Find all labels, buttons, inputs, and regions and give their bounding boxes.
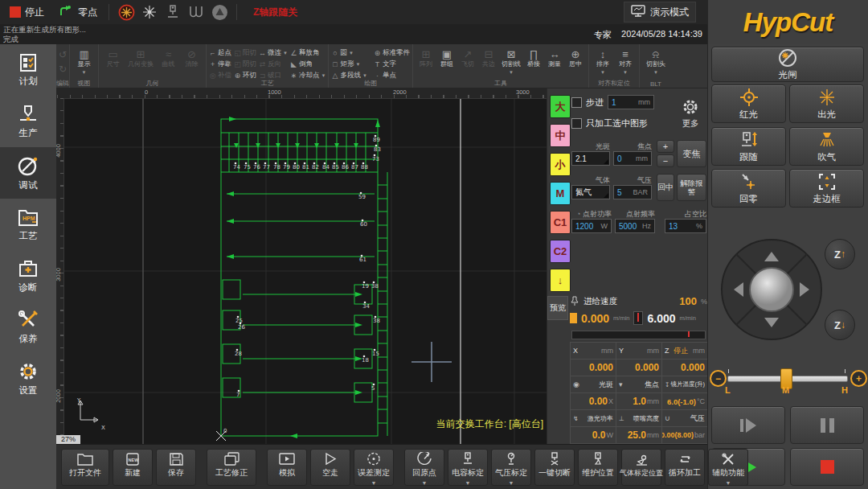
focus-input[interactable]: 0mm bbox=[613, 151, 652, 166]
save-button[interactable]: 保存 bbox=[156, 449, 196, 486]
speed-plus-button[interactable]: + bbox=[850, 370, 867, 387]
burst-freq-input[interactable]: 5000Hz bbox=[615, 219, 655, 233]
demo-mode-button[interactable]: 演示模式 bbox=[624, 2, 696, 23]
start-point-item[interactable]: ⌐起点 bbox=[209, 47, 231, 58]
layer-chip-c1[interactable]: C1 bbox=[550, 211, 571, 234]
rectangle-item[interactable]: □矩形▼ bbox=[331, 59, 366, 69]
follow-button[interactable]: 跟随 bbox=[711, 127, 786, 166]
align-button[interactable]: ≡对齐▼ bbox=[614, 46, 637, 76]
duty-input[interactable]: 13% bbox=[665, 219, 706, 233]
standard-part-item[interactable]: ⊛标准零件 bbox=[374, 47, 410, 58]
step-checkbox[interactable] bbox=[571, 97, 582, 108]
focus-minus-button[interactable]: − bbox=[657, 154, 674, 167]
layer-chip-m[interactable]: M bbox=[550, 182, 571, 205]
sidebar-item-technique[interactable]: HPM 工艺 bbox=[0, 199, 56, 250]
pressure-calib-button[interactable]: 气压标定▼ bbox=[491, 449, 531, 486]
speed-minus-button[interactable]: − bbox=[710, 370, 727, 387]
new-file-button[interactable]: NEW 新建 bbox=[113, 449, 153, 486]
dock-item[interactable]: +停靠 bbox=[209, 59, 231, 69]
layer-chip-down[interactable]: ↓ bbox=[550, 269, 571, 292]
male-cut-item[interactable]: ◱阳切 bbox=[234, 47, 256, 58]
trace-frame-button[interactable]: 走边框 bbox=[789, 169, 864, 208]
stop-button[interactable]: 停止 bbox=[6, 4, 47, 21]
common-edge-button[interactable]: ⊟共边 bbox=[478, 46, 499, 68]
sort-button[interactable]: ↕排序▼ bbox=[592, 46, 614, 76]
clear-button[interactable]: ⊘清除 bbox=[180, 46, 203, 68]
transform-button[interactable]: ⊞几何变换 bbox=[125, 46, 157, 68]
zoom-focus-button[interactable]: 变焦 bbox=[677, 140, 706, 167]
simulate-button[interactable]: 模拟 bbox=[267, 449, 307, 486]
shutter-button[interactable]: 光闸 bbox=[711, 47, 864, 82]
release-corner-item[interactable]: ∠释放角 bbox=[290, 47, 326, 58]
laser-out-icon[interactable] bbox=[141, 3, 158, 21]
display-button[interactable]: ▥显示▼ bbox=[72, 46, 96, 76]
user-role-label[interactable]: 专家 bbox=[594, 29, 612, 41]
array-button[interactable]: ⊞阵列 bbox=[416, 46, 436, 68]
stop-machine-button[interactable] bbox=[790, 448, 864, 486]
capacitance-calib-button[interactable]: 电容标定▼ bbox=[448, 449, 488, 486]
measure-button[interactable]: ↔测量 bbox=[544, 46, 565, 68]
gas-calib-pos-button[interactable]: 气体标定位置 bbox=[621, 449, 661, 486]
burst-power-input[interactable]: 1200W bbox=[571, 219, 612, 233]
sidebar-item-maintenance[interactable]: 保养 bbox=[0, 302, 56, 353]
redo-icon[interactable]: ↻ bbox=[59, 64, 67, 75]
alarm-mute-icon[interactable] bbox=[211, 3, 228, 21]
pressure-input[interactable]: 5BAR bbox=[613, 185, 652, 199]
cut-line-button[interactable]: ⊠切割线▼ bbox=[499, 46, 523, 76]
sidebar-item-diagnosis[interactable]: 诊断 bbox=[0, 250, 56, 302]
layer-chip-c2[interactable]: C2 bbox=[550, 240, 571, 263]
step-input[interactable]: 1mm bbox=[608, 95, 654, 109]
microjoint-item[interactable]: ↔微连▼ bbox=[259, 47, 288, 58]
cycle-process-button[interactable]: 循环加工 bbox=[665, 449, 705, 486]
center-button[interactable]: ⊕居中 bbox=[565, 46, 586, 68]
size-button[interactable]: ▭尺寸 bbox=[101, 46, 125, 68]
preview-tab[interactable]: 预览 bbox=[547, 296, 568, 320]
blow-button[interactable]: 吹气 bbox=[789, 127, 864, 166]
error-measure-button[interactable]: 误差测定▼ bbox=[354, 449, 394, 486]
process-correction-button[interactable]: 工艺修正 bbox=[207, 449, 256, 486]
red-light-button[interactable]: 红光 bbox=[711, 84, 786, 123]
laser-alarm-icon[interactable] bbox=[117, 3, 135, 21]
one-key-cut-button[interactable]: 一键切断 bbox=[534, 449, 575, 486]
center-return-button[interactable]: 回中 bbox=[657, 174, 674, 201]
sidebar-item-production[interactable]: 生产 bbox=[0, 96, 56, 147]
open-file-button[interactable]: 打开文件 bbox=[61, 449, 109, 486]
step-run-button[interactable] bbox=[711, 406, 785, 444]
sidebar-item-debug[interactable]: 调试 bbox=[0, 147, 56, 199]
laser-on-button[interactable]: 出光 bbox=[789, 84, 864, 123]
pause-button[interactable] bbox=[790, 406, 864, 444]
cutting-head-button[interactable]: ⍾切割头▼ bbox=[642, 46, 669, 76]
follow-icon[interactable] bbox=[164, 3, 182, 21]
curve-button[interactable]: ≈曲线 bbox=[157, 46, 180, 68]
reverse-item[interactable]: ⇄反向 bbox=[259, 59, 288, 69]
jog-pad[interactable] bbox=[719, 237, 824, 342]
layer-chip-large[interactable]: 大 bbox=[550, 95, 571, 118]
jog-knob[interactable] bbox=[750, 268, 793, 311]
sidebar-item-settings[interactable]: 设置 bbox=[0, 353, 56, 405]
sidebar-item-plan[interactable]: 计划 bbox=[0, 44, 56, 96]
chamfer-item[interactable]: ◣倒角 bbox=[290, 59, 326, 69]
text-item[interactable]: T文字 bbox=[374, 59, 410, 69]
go-origin-button[interactable]: 回原点▼ bbox=[404, 449, 444, 486]
speed-slider[interactable] bbox=[571, 331, 706, 339]
group-button[interactable]: ▣群组 bbox=[436, 46, 457, 68]
drawing-canvas[interactable]: 7475767778798081828485868788898373596061… bbox=[56, 88, 547, 444]
layer-chip-medium[interactable]: 中 bbox=[550, 124, 571, 147]
zero-button[interactable]: 零点 bbox=[53, 2, 100, 23]
female-cut-item[interactable]: ◰阴切 bbox=[234, 59, 256, 69]
z-up-button[interactable]: Z↑ bbox=[825, 239, 855, 269]
z-down-button[interactable]: Z↓ bbox=[825, 310, 855, 340]
dry-run-button[interactable]: 空走 bbox=[310, 449, 350, 486]
undo-icon[interactable]: ↺ bbox=[59, 49, 67, 60]
bridge-button[interactable]: ∏桥接 bbox=[523, 46, 544, 68]
auxiliary-button[interactable]: 辅助功能▼ bbox=[708, 449, 748, 486]
circle-item[interactable]: ○圆▼ bbox=[331, 47, 366, 58]
blow-air-icon[interactable] bbox=[187, 3, 205, 21]
only-selected-checkbox[interactable] bbox=[571, 118, 582, 129]
flycut-button[interactable]: ↗飞切 bbox=[457, 46, 478, 68]
maintenance-pos-button[interactable]: 维护位置 bbox=[578, 449, 618, 486]
gas-select[interactable]: 氮气 bbox=[571, 185, 610, 199]
go-zero-button[interactable]: 回零 bbox=[711, 169, 786, 208]
focus-plus-button[interactable]: + bbox=[657, 140, 674, 153]
spot-select[interactable]: 2.1 bbox=[571, 151, 610, 166]
